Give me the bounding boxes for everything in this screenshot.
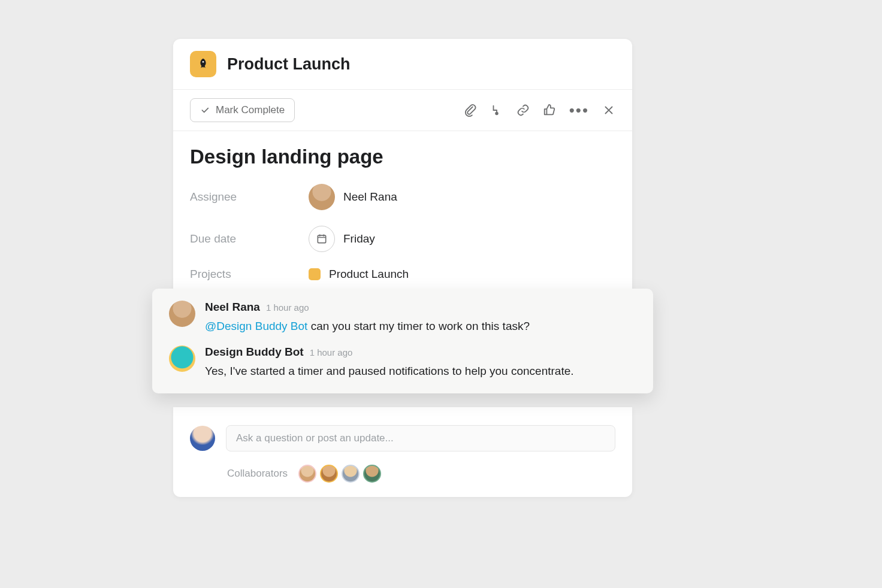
card-header: Product Launch (173, 39, 632, 90)
subtask-icon[interactable] (490, 104, 503, 117)
comment-text: can you start my timer to work on this t… (307, 320, 530, 332)
mark-complete-button[interactable]: Mark Complete (190, 98, 295, 122)
due-date-label: Due date (190, 232, 309, 245)
collaborator-avatar[interactable] (320, 465, 338, 483)
task-title: Design landing page (190, 146, 615, 168)
comment-item: Design Buddy Bot 1 hour ago Yes, I've st… (169, 345, 636, 380)
task-toolbar: Mark Complete ••• (173, 90, 632, 131)
projects-label: Projects (190, 268, 309, 281)
toolbar-icons: ••• (464, 102, 615, 118)
close-icon[interactable] (602, 104, 615, 117)
projects-row: Projects Product Launch (190, 268, 615, 281)
project-name: Product Launch (329, 268, 409, 281)
collaborator-avatar[interactable] (298, 465, 316, 483)
comment-input[interactable] (226, 425, 615, 451)
current-user-avatar (190, 426, 215, 451)
svg-point-0 (203, 61, 204, 63)
assignee-value[interactable]: Neel Rana (309, 184, 397, 210)
comment-avatar (169, 301, 195, 327)
project-color-chip (309, 268, 321, 280)
mention-link[interactable]: @Design Buddy Bot (205, 320, 307, 332)
comments-panel: Neel Rana 1 hour ago @Design Buddy Bot c… (152, 289, 653, 393)
assignee-row: Assignee Neel Rana (190, 184, 615, 210)
collaborators-label: Collaborators (227, 468, 288, 480)
project-icon (190, 51, 216, 77)
task-content: Design landing page Assignee Neel Rana D… (173, 131, 632, 311)
comment-body: @Design Buddy Bot can you start my timer… (205, 319, 530, 335)
assignee-name: Neel Rana (343, 190, 397, 204)
assignee-label: Assignee (190, 190, 309, 204)
projects-value[interactable]: Product Launch (309, 268, 409, 281)
collaborator-avatar[interactable] (342, 465, 360, 483)
due-date-text: Friday (343, 232, 375, 245)
project-title: Product Launch (227, 55, 351, 74)
comment-timestamp: 1 hour ago (266, 302, 309, 313)
comment-item: Neel Rana 1 hour ago @Design Buddy Bot c… (169, 301, 636, 335)
rocket-icon (197, 57, 210, 71)
calendar-icon (309, 226, 335, 252)
like-icon[interactable] (543, 104, 556, 117)
due-date-value[interactable]: Friday (309, 226, 375, 252)
comment-author: Design Buddy Bot (205, 345, 304, 359)
mark-complete-label: Mark Complete (216, 104, 285, 116)
compose-row (190, 425, 615, 451)
link-icon[interactable] (516, 104, 530, 117)
check-icon (200, 105, 210, 115)
comment-author: Neel Rana (205, 301, 260, 314)
due-date-row: Due date Friday (190, 226, 615, 252)
svg-rect-1 (318, 235, 325, 243)
comment-avatar (169, 345, 195, 372)
task-footer: Collaborators (173, 407, 632, 497)
comment-body: Yes, I've started a timer and paused not… (205, 363, 574, 380)
collaborator-avatars[interactable] (298, 465, 381, 483)
assignee-avatar (309, 184, 335, 210)
comment-timestamp: 1 hour ago (310, 347, 353, 357)
collaborators-row: Collaborators (190, 465, 615, 483)
more-icon[interactable]: ••• (569, 102, 589, 118)
collaborator-avatar[interactable] (363, 465, 381, 483)
task-detail-card: Product Launch Mark Complete ••• (173, 39, 632, 311)
attachment-icon[interactable] (464, 104, 477, 117)
